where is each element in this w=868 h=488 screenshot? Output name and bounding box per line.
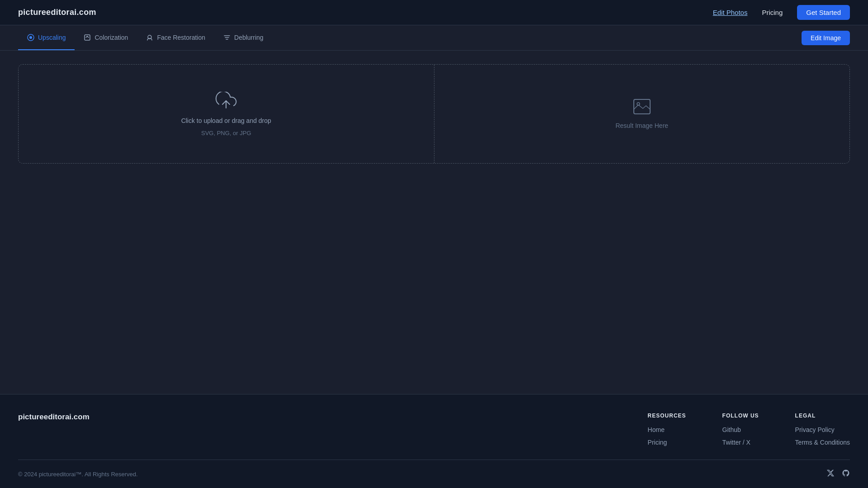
upscaling-icon: [27, 34, 34, 41]
svg-point-1: [29, 36, 32, 39]
nav-pricing[interactable]: Pricing: [762, 9, 783, 16]
footer-col-legal: LEGAL Privacy Policy Terms & Conditions: [795, 413, 850, 446]
footer-link-terms[interactable]: Terms & Conditions: [795, 439, 850, 446]
footer-link-twitter[interactable]: Twitter / X: [722, 439, 759, 446]
tab-face-restoration[interactable]: Face Restoration: [137, 26, 214, 50]
tab-face-restoration-label: Face Restoration: [157, 34, 205, 41]
footer-link-privacy[interactable]: Privacy Policy: [795, 426, 850, 433]
tabs-bar: Upscaling Colorization Face Restoration: [0, 25, 868, 51]
footer-link-github[interactable]: Github: [722, 426, 759, 433]
result-image-icon: [633, 99, 651, 117]
upload-format-text: SVG, PNG, or JPG: [201, 130, 251, 136]
face-restoration-icon: [146, 34, 153, 41]
upload-container: Click to upload or drag and drop SVG, PN…: [18, 64, 850, 164]
footer-link-home[interactable]: Home: [648, 426, 686, 433]
footer: pictureeditorai.com RESOURCES Home Prici…: [0, 394, 868, 488]
header-nav: Edit Photos Pricing Get Started: [713, 5, 850, 20]
tabs-list: Upscaling Colorization Face Restoration: [18, 26, 273, 50]
deblurring-icon: [223, 34, 231, 41]
footer-top: pictureeditorai.com RESOURCES Home Prici…: [18, 413, 850, 460]
tab-upscaling-label: Upscaling: [38, 34, 66, 41]
tab-colorization[interactable]: Colorization: [75, 26, 137, 50]
footer-columns: RESOURCES Home Pricing FOLLOW US Github …: [648, 413, 850, 446]
footer-follow-links: Github Twitter / X: [722, 426, 759, 446]
tab-deblurring-label: Deblurring: [234, 34, 264, 41]
twitter-icon[interactable]: [826, 469, 835, 479]
upload-area[interactable]: Click to upload or drag and drop SVG, PN…: [19, 65, 434, 163]
tab-upscaling[interactable]: Upscaling: [18, 26, 75, 50]
tab-deblurring[interactable]: Deblurring: [214, 26, 273, 50]
footer-bottom: © 2024 pictureeditorai™. All Rights Rese…: [18, 460, 850, 479]
footer-follow-title: FOLLOW US: [722, 413, 759, 419]
upload-text: Click to upload or drag and drop: [181, 117, 271, 124]
footer-logo: pictureeditorai.com: [18, 413, 90, 446]
result-area: Result Image Here: [434, 65, 850, 163]
header-logo: pictureeditorai.com: [18, 8, 96, 17]
main-content: Click to upload or drag and drop SVG, PN…: [0, 51, 868, 394]
edit-image-button[interactable]: Edit Image: [802, 31, 850, 45]
tab-colorization-label: Colorization: [94, 34, 128, 41]
colorization-icon: [84, 34, 91, 41]
footer-resources-title: RESOURCES: [648, 413, 686, 419]
footer-link-pricing[interactable]: Pricing: [648, 439, 686, 446]
footer-copyright: © 2024 pictureeditorai™. All Rights Rese…: [18, 471, 138, 478]
footer-social: [826, 469, 850, 479]
nav-edit-photos[interactable]: Edit Photos: [713, 9, 748, 16]
header: pictureeditorai.com Edit Photos Pricing …: [0, 0, 868, 25]
footer-col-follow: FOLLOW US Github Twitter / X: [722, 413, 759, 446]
github-icon[interactable]: [842, 469, 850, 479]
get-started-button[interactable]: Get Started: [797, 5, 850, 20]
footer-resources-links: Home Pricing: [648, 426, 686, 446]
footer-legal-links: Privacy Policy Terms & Conditions: [795, 426, 850, 446]
footer-legal-title: LEGAL: [795, 413, 850, 419]
result-text: Result Image Here: [615, 122, 668, 129]
upload-cloud-icon: [215, 92, 237, 112]
svg-rect-2: [85, 35, 90, 40]
footer-col-resources: RESOURCES Home Pricing: [648, 413, 686, 446]
